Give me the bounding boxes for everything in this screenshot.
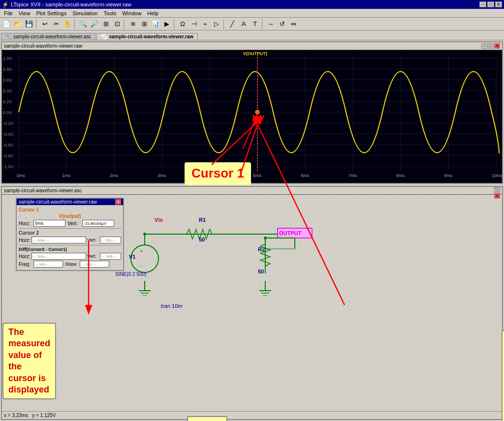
svg-point-82 [264, 237, 267, 240]
svg-text:-0.2V: -0.2V [3, 121, 14, 126]
status-bar: x = 3.23ms y = 1.125V [2, 411, 502, 419]
wire-button[interactable]: ╱ [227, 19, 238, 30]
waveform-svg-container[interactable]: 1.0V 0.8V 0.6V 0.4V 0.2V 0.0V -0.2V -0.4… [2, 50, 502, 183]
tab-raw-icon: 📈 [101, 34, 107, 39]
waveform-min-btn[interactable]: − [481, 43, 487, 49]
schematic-panel: sample-circuit-waveform-viewer.asc − □ ✕… [1, 186, 503, 420]
cursor2-horz-value: --- N/A --- [32, 237, 87, 243]
cursor1-section-label: Cursor 1 [19, 207, 121, 212]
main-content: sample-circuit-waveform-viewer.raw − □ ✕… [0, 40, 504, 421]
cursor1-horz-row: Horz: 5ms Vert: -21.80163µV [19, 220, 121, 227]
svg-text:OUTPUT: OUTPUT [279, 230, 302, 236]
title-bar-left: ⚡ LTspice XVII - sample-circuit-waveform… [2, 1, 131, 8]
slope-label: Slope: [65, 262, 80, 267]
cut-button[interactable]: ✂ [51, 19, 62, 30]
toolbar-sep-4 [174, 19, 176, 29]
status-y: y = 1.125V [32, 413, 56, 418]
cursor1-annotation: Cursor 1 [185, 162, 251, 185]
waveform-close-btn[interactable]: ✕ [494, 43, 500, 49]
cursor-sep-1 [19, 228, 121, 229]
cursor-dialog-close[interactable]: ✕ [115, 199, 121, 205]
tab-asc[interactable]: 🔧 sample-circuit-waveform-viewer.asc [1, 33, 95, 40]
svg-text:Vin: Vin [155, 217, 163, 223]
menu-view[interactable]: View [16, 10, 33, 17]
cursor-dialog: sample-circuit-waveform-viewer.raw ✕ Cur… [16, 198, 124, 271]
svg-text:6ms: 6ms [301, 173, 310, 178]
plot-button[interactable]: 📊 [150, 19, 161, 30]
cursor2-vert-label: Vert: [87, 238, 100, 242]
rotate-button[interactable]: ↺ [277, 19, 287, 30]
close-button[interactable]: ✕ [495, 1, 502, 7]
schematic-max-btn[interactable]: □ [494, 188, 500, 193]
text-button[interactable]: T [250, 19, 260, 30]
title-bar-text: LTspice XVII - sample-circuit-waveform-v… [11, 1, 131, 7]
tab-asc-icon: 🔧 [5, 34, 11, 39]
toolbar-sep-2 [74, 19, 76, 29]
waveform-max-btn[interactable]: □ [488, 43, 494, 49]
diff-section-label: Diff(Cursor2 - Cursor1) [19, 247, 121, 252]
run-button[interactable]: ▶ [161, 19, 172, 30]
schematic-title-bar: sample-circuit-waveform-viewer.asc − □ ✕ [2, 187, 502, 195]
diode-button[interactable]: ▷ [211, 19, 222, 30]
zoom-in-button[interactable]: 🔍 [78, 19, 89, 30]
waveform-svg: 1.0V 0.8V 0.6V 0.4V 0.2V 0.0V -0.2V -0.4… [2, 50, 502, 183]
open-button[interactable]: 📂 [12, 19, 23, 30]
svg-text:5ms: 5ms [253, 173, 262, 178]
zoom-fit-button[interactable]: ⊞ [100, 19, 111, 30]
zoom-out-button[interactable]: 🔎 [89, 19, 100, 30]
svg-text:50: 50 [258, 269, 264, 274]
maximize-button[interactable]: □ [487, 1, 494, 7]
menu-simulation[interactable]: Simulation [69, 10, 100, 17]
menu-plot-settings[interactable]: Plot Settings [33, 10, 69, 17]
diff-horz-label: Horz: [19, 254, 32, 259]
waveform-title: sample-circuit-waveform-viewer.raw [4, 43, 82, 49]
menu-file[interactable]: File [1, 10, 16, 17]
tab-raw[interactable]: 📈 sample-circuit-waveform-viewer.raw [96, 33, 198, 40]
svg-text:3ms: 3ms [158, 173, 166, 178]
svg-text:0.8V: 0.8V [3, 67, 12, 72]
mirror-button[interactable]: ⇔ [288, 19, 299, 30]
toolbar: 📄 📂 💾 ↩ ✂ ✋ 🔍 🔎 ⊞ ⊡ ≋ ⊞ 📊 ▶ Ω ⊣ ⌁ ▷ ╱ A … [0, 18, 504, 30]
cursor2-horz-row: Horz: --- N/A --- Vert: --- N/A --- [19, 237, 121, 243]
cursor1-annotation-text: Cursor 1 [191, 166, 244, 180]
label-button[interactable]: A [238, 19, 249, 30]
toolbar-sep-6 [262, 19, 264, 29]
resistor-button[interactable]: Ω [177, 19, 188, 30]
tab-raw-label: sample-circuit-waveform-viewer.raw [109, 34, 193, 39]
svg-text:0.2V: 0.2V [3, 99, 12, 104]
spice-btn[interactable]: ≋ [127, 19, 138, 30]
menu-tools[interactable]: Tools [101, 10, 120, 17]
svg-text:V1: V1 [129, 254, 135, 260]
undo-button[interactable]: ↩ [39, 19, 50, 30]
grid-button[interactable]: ⊞ [139, 19, 150, 30]
svg-text:.tran 10m: .tran 10m [159, 303, 182, 309]
minimize-button[interactable]: − [479, 1, 486, 7]
menu-window[interactable]: Window [119, 10, 144, 17]
svg-text:-: - [140, 263, 142, 269]
save-button[interactable]: 💾 [24, 19, 34, 30]
hand-button[interactable]: ✋ [62, 19, 73, 30]
new-button[interactable]: 📄 [1, 19, 12, 30]
svg-text:0.0V: 0.0V [3, 110, 12, 115]
svg-text:0ms: 0ms [17, 173, 26, 178]
svg-text:7ms: 7ms [348, 173, 357, 178]
cursor1-vert-label: Vert: [67, 221, 82, 226]
freq-value: --- N/A --- [33, 261, 63, 268]
svg-text:2ms: 2ms [110, 173, 119, 178]
cursor1-horz-value: 5ms [33, 220, 65, 227]
waveform-win-btns: − □ ✕ [481, 43, 500, 49]
move-button[interactable]: ↔ [265, 19, 276, 30]
svg-text:-0.8V: -0.8V [3, 153, 14, 158]
zoom-area-button[interactable]: ⊡ [112, 19, 123, 30]
slope-value: --- N/A --- [80, 261, 109, 268]
title-bar-controls: − □ ✕ [479, 1, 502, 7]
svg-text:8ms: 8ms [396, 173, 405, 178]
ind-button[interactable]: ⌁ [200, 19, 211, 30]
freq-slope-row: Freq: --- N/A --- Slope: --- N/A --- [19, 261, 121, 268]
svg-text:9ms: 9ms [444, 173, 453, 178]
cursor2-vert-value: --- N/A --- [100, 237, 121, 243]
menu-help[interactable]: Help [144, 10, 161, 17]
cap-button[interactable]: ⊣ [189, 19, 199, 30]
svg-text:10ms: 10ms [492, 173, 502, 178]
svg-text:-0.4V: -0.4V [3, 132, 14, 137]
